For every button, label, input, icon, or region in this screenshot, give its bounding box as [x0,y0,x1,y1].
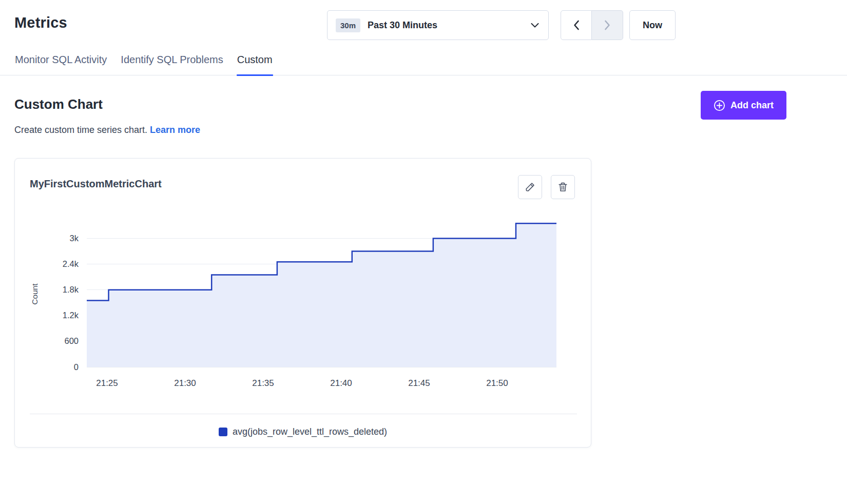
chart-legend: avg(jobs_row_level_ttl_rows_deleted) [15,427,591,437]
svg-text:21:30: 21:30 [174,378,196,388]
chevron-down-icon [531,23,539,28]
time-range-label: Past 30 Minutes [368,20,531,31]
svg-text:2.4k: 2.4k [63,259,79,268]
section-description: Create custom time series chart.Learn mo… [14,125,200,135]
legend-label: avg(jobs_row_level_ttl_rows_deleted) [233,427,387,437]
svg-text:21:25: 21:25 [96,378,118,388]
svg-text:Count: Count [30,283,39,305]
page-title: Metrics [14,14,67,31]
legend-swatch [219,428,227,436]
pencil-icon [525,182,535,192]
tab-custom[interactable]: Custom [237,52,273,75]
time-step-button-group [561,10,623,40]
svg-text:1.8k: 1.8k [63,285,79,294]
section-description-text: Create custom time series chart. [14,125,147,135]
chart-plot-area[interactable]: 06001.2k1.8k2.4k3k21:2521:3021:3521:4021… [29,217,563,392]
chevron-right-icon [604,20,611,31]
tab-identify-sql-problems[interactable]: Identify SQL Problems [120,52,223,75]
time-range-badge: 30m [336,18,360,32]
section-title: Custom Chart [14,96,103,112]
time-range-selector[interactable]: 30m Past 30 Minutes [327,10,549,40]
svg-text:0: 0 [74,362,79,372]
legend-divider [30,414,577,414]
custom-metric-chart[interactable]: 06001.2k1.8k2.4k3k21:2521:3021:3521:4021… [29,217,563,392]
svg-text:1.2k: 1.2k [63,311,79,320]
time-back-button[interactable] [561,10,592,40]
svg-text:21:40: 21:40 [330,378,352,388]
svg-text:3k: 3k [70,234,79,243]
time-forward-button[interactable] [592,10,623,40]
add-chart-button[interactable]: Add chart [701,91,786,120]
svg-text:21:45: 21:45 [408,378,430,388]
chart-title: MyFirstCustomMetricChart [30,178,162,190]
metrics-tabs: Monitor SQL Activity Identify SQL Proble… [0,52,847,75]
svg-text:21:35: 21:35 [252,378,274,388]
tab-monitor-sql-activity[interactable]: Monitor SQL Activity [14,52,107,75]
edit-chart-button[interactable] [518,175,542,199]
chevron-left-icon [573,20,580,31]
trash-icon [557,182,568,192]
custom-chart-card: MyFirstCustomMetricChart 06001.2k1.8k2.4… [14,158,591,448]
svg-text:21:50: 21:50 [486,378,508,388]
delete-chart-button[interactable] [551,175,575,199]
svg-text:600: 600 [64,336,79,345]
now-button[interactable]: Now [629,10,676,40]
learn-more-link[interactable]: Learn more [150,125,200,135]
add-chart-label: Add chart [730,100,774,111]
plus-circle-icon [714,100,725,111]
